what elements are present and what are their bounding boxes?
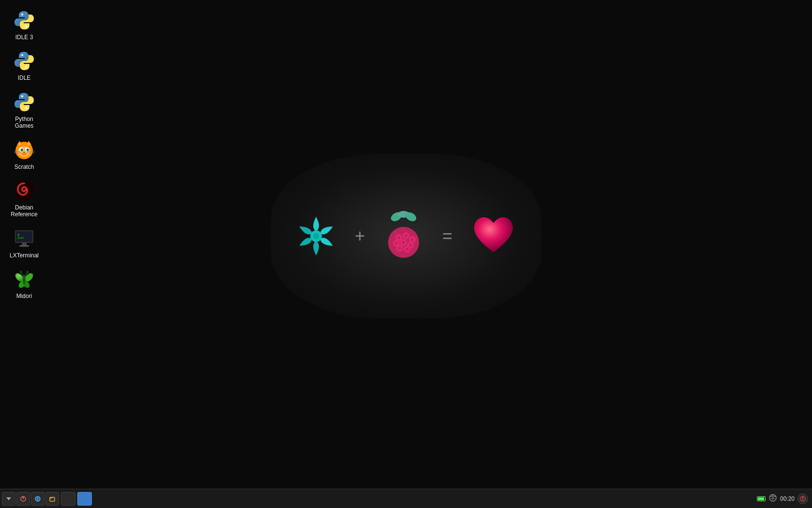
python-games-icon-image	[13, 90, 36, 114]
svg-point-27	[25, 107, 27, 109]
svg-point-1	[313, 233, 319, 239]
idle3-icon-image	[13, 9, 36, 32]
desktop-icon-idle[interactable]: IDLE	[2, 45, 46, 85]
svg-point-18	[402, 241, 405, 244]
taskbar-menu-button[interactable]	[2, 492, 15, 506]
python-games-label: PythonGames	[15, 116, 34, 130]
battery-icon	[757, 496, 766, 501]
midori-icon-image	[13, 268, 36, 291]
battery-fill	[758, 497, 764, 500]
lxterminal-icon-image: $ _	[13, 227, 36, 250]
svg-marker-58	[6, 497, 11, 500]
svg-point-33	[18, 146, 30, 157]
debian-icon-image	[13, 179, 36, 202]
scratch-icon-image	[13, 138, 36, 162]
svg-point-53	[23, 275, 26, 284]
svg-rect-64	[50, 497, 55, 501]
desktop: +	[0, 0, 812, 489]
svg-point-38	[22, 149, 23, 150]
svg-point-19	[409, 244, 412, 247]
desktop-icon-midori[interactable]: Midori	[2, 264, 46, 303]
idle-icon-image	[13, 49, 36, 73]
desktop-icon-python-games[interactable]: PythonGames	[2, 87, 46, 134]
svg-point-17	[395, 242, 398, 245]
plus-sign: +	[355, 226, 365, 246]
svg-point-25	[25, 66, 27, 68]
svg-point-20	[398, 247, 401, 250]
taskbar-quicklaunch-power[interactable]	[16, 492, 30, 506]
svg-point-16	[411, 238, 414, 241]
taskbar-left	[0, 492, 94, 506]
svg-point-57	[27, 271, 29, 273]
svg-point-69	[802, 499, 803, 500]
power-status	[757, 496, 766, 501]
desktop-icon-scratch[interactable]: Scratch	[2, 134, 46, 174]
debian-label: DebianReference	[11, 204, 37, 218]
svg-point-56	[20, 271, 22, 273]
svg-point-23	[25, 25, 27, 27]
clock-time: 00:20	[780, 495, 795, 502]
svg-point-24	[21, 54, 23, 56]
wallpaper-graphic: +	[271, 154, 541, 318]
midori-label: Midori	[16, 293, 32, 299]
desktop-icon-lxterminal[interactable]: $ _ LXTerminal	[2, 223, 46, 263]
taskbar-window-2[interactable]	[77, 492, 92, 506]
lxterminal-label: LXTerminal	[10, 252, 39, 259]
idle-label: IDLE	[18, 75, 31, 81]
taskbar-clock: 00:20	[780, 495, 795, 502]
scratch-label: Scratch	[14, 164, 34, 170]
raspberry-pi-icon	[379, 209, 428, 263]
svg-point-37	[27, 149, 29, 151]
svg-point-36	[21, 149, 23, 151]
svg-text:$ _: $ _	[17, 233, 24, 237]
wallpaper-formula: +	[292, 209, 520, 263]
svg-rect-51	[22, 243, 27, 245]
svg-point-14	[397, 236, 400, 239]
taskbar-quicklaunch-browser[interactable]	[31, 492, 44, 506]
svg-point-22	[21, 14, 23, 15]
svg-point-26	[21, 95, 23, 97]
svg-point-39	[28, 149, 29, 150]
equals-sign: =	[442, 226, 452, 246]
taskbar-right: 00:20	[753, 493, 812, 504]
svg-point-40	[23, 151, 25, 153]
svg-rect-52	[19, 245, 29, 247]
svg-point-21	[406, 248, 408, 251]
taskbar-tray-button[interactable]	[798, 493, 808, 504]
network-icon	[768, 493, 777, 504]
heart-icon	[467, 209, 520, 263]
linux-star-icon	[292, 212, 340, 260]
svg-point-15	[405, 234, 407, 237]
taskbar-quicklaunch-files[interactable]	[45, 492, 59, 506]
desktop-icon-idle3[interactable]: IDLE 3	[2, 5, 46, 45]
desktop-icon-debian[interactable]: DebianReference	[2, 175, 46, 222]
idle3-label: IDLE 3	[15, 34, 33, 41]
desktop-icons-container: IDLE 3	[0, 0, 48, 310]
taskbar-window-1[interactable]	[61, 492, 75, 506]
taskbar: 00:20	[0, 489, 812, 508]
svg-point-46	[25, 189, 27, 191]
